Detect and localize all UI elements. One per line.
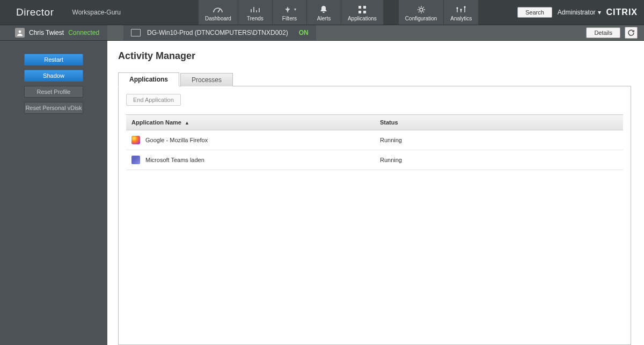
workspace-name: Workspace-Guru: [72, 9, 121, 16]
col-label: Status: [380, 119, 398, 126]
svg-rect-3: [358, 11, 361, 13]
tab-applications[interactable]: Applications: [118, 72, 179, 86]
user-icon: [15, 28, 25, 38]
shadow-button[interactable]: Shadow: [24, 70, 83, 82]
app-name: Google - Mozilla Firefox: [145, 137, 208, 143]
user-status: Connected: [68, 29, 99, 36]
app-status: Running: [375, 130, 623, 150]
sessionbar-right: Details: [586, 27, 644, 39]
nav-analytics[interactable]: Analytics: [444, 0, 479, 25]
nav-gap: [384, 0, 399, 25]
teams-icon: [131, 156, 140, 164]
svg-point-9: [19, 31, 21, 33]
filter-icon: ▾: [283, 5, 296, 14]
machine-chip[interactable]: DG-Win10-Prod (DTNCOMPUTERS\DTNXD002) ON: [123, 25, 316, 40]
applications-table: Application Name ▲ Status Google - Mozil…: [126, 114, 623, 170]
session-bar: Chris Twiest Connected DG-Win10-Prod (DT…: [0, 25, 644, 41]
table-row[interactable]: Google - Mozilla FirefoxRunning: [126, 130, 623, 150]
main-panel: Activity Manager Applications Processes …: [107, 41, 644, 345]
grid-icon: [358, 5, 367, 14]
svg-rect-1: [358, 6, 361, 9]
svg-rect-2: [363, 6, 366, 9]
body: Restart Shadow Reset Profile Reset Perso…: [0, 41, 644, 345]
details-button[interactable]: Details: [586, 27, 620, 38]
restart-button[interactable]: Restart: [24, 54, 83, 65]
sidebar: Restart Shadow Reset Profile Reset Perso…: [0, 41, 107, 345]
nav-dashboard[interactable]: Dashboard: [199, 0, 238, 25]
refresh-button[interactable]: [625, 27, 638, 39]
brand-area: Director Workspace-Guru: [0, 0, 199, 25]
topbar-right: Search Administrator ▾ CITRIX: [517, 0, 644, 25]
citrix-logo: CITRIX: [606, 8, 638, 17]
admin-label: Administrator: [558, 9, 596, 16]
machine-status: ON: [299, 29, 309, 36]
monitor-icon: [131, 29, 141, 36]
nav-filters[interactable]: ▾ Filters: [273, 0, 307, 25]
tab-bar: Applications Processes: [118, 71, 631, 86]
user-chip[interactable]: Chris Twiest Connected: [0, 25, 107, 40]
col-label: Application Name: [131, 119, 181, 126]
sort-asc-icon: ▲: [185, 120, 189, 126]
gauge-icon: [213, 5, 223, 14]
admin-menu[interactable]: Administrator ▾: [558, 9, 601, 16]
nav-label: Filters: [282, 16, 297, 21]
nav-label: Analytics: [450, 16, 472, 21]
nav-trends[interactable]: Trends: [238, 0, 273, 25]
tab-panel: End Application Application Name ▲ Statu…: [118, 86, 631, 345]
app-status: Running: [375, 150, 623, 170]
svg-point-5: [420, 8, 423, 11]
reset-profile-button[interactable]: Reset Profile: [24, 86, 83, 98]
col-status[interactable]: Status: [375, 115, 623, 130]
svg-point-0: [287, 9, 288, 10]
col-application-name[interactable]: Application Name ▲: [126, 115, 375, 130]
app-name: Microsoft Teams laden: [145, 157, 204, 163]
tab-processes[interactable]: Processes: [180, 73, 233, 86]
chevron-down-icon: ▾: [598, 9, 601, 16]
search-button[interactable]: Search: [517, 7, 552, 18]
nav-applications[interactable]: Applications: [341, 0, 384, 25]
nav-label: Dashboard: [205, 16, 231, 21]
brand-title: Director: [16, 6, 54, 18]
machine-name: DG-Win10-Prod (DTNCOMPUTERS\DTNXD002): [147, 29, 288, 36]
top-navbar: Director Workspace-Guru Dashboard Trends…: [0, 0, 644, 25]
nav-label: Applications: [348, 16, 377, 21]
analytics-icon: [456, 5, 466, 14]
firefox-icon: [131, 136, 140, 144]
chevron-down-icon: ▾: [294, 7, 296, 12]
nav-label: Alerts: [317, 16, 331, 21]
end-application-button[interactable]: End Application: [126, 94, 181, 106]
nav-configuration[interactable]: Configuration: [399, 0, 444, 25]
svg-rect-4: [363, 11, 366, 13]
nav-label: Trends: [247, 16, 264, 21]
gear-icon: [417, 5, 426, 14]
bar-chart-icon: [250, 5, 260, 14]
primary-nav: Dashboard Trends ▾ Filters Alerts Ap: [199, 0, 479, 25]
nav-alerts[interactable]: Alerts: [307, 0, 341, 25]
user-name: Chris Twiest: [29, 29, 64, 36]
page-title: Activity Manager: [118, 50, 631, 62]
table-row[interactable]: Microsoft Teams ladenRunning: [126, 150, 623, 170]
refresh-icon: [627, 29, 635, 36]
reset-vdisk-button[interactable]: Reset Personal vDisk: [24, 102, 83, 114]
bell-icon: [319, 5, 328, 14]
nav-label: Configuration: [405, 16, 437, 21]
